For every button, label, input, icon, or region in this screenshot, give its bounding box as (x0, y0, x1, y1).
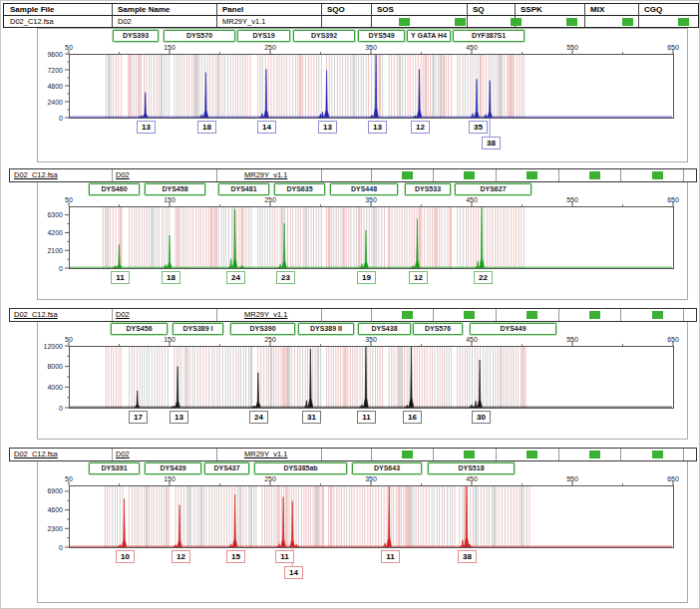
strip-divider (496, 309, 497, 321)
marker-dys385ab[interactable]: DYS385ab (254, 462, 347, 474)
strip-divider (216, 449, 217, 460)
allele-call-blue-13[interactable]: 13 (368, 121, 387, 134)
quality-pass-indicator (402, 311, 413, 319)
cell-sample-name[interactable]: D02 (118, 17, 132, 26)
allele-call-green-18[interactable]: 18 (162, 271, 180, 284)
marker-dys448[interactable]: DYS448 (330, 183, 398, 195)
allele-call-green-23[interactable]: 23 (276, 271, 295, 284)
marker-dyf387s1[interactable]: DYF387S1 (453, 30, 525, 42)
quality-pass-indicator (566, 18, 577, 26)
allele-call-black-16[interactable]: 16 (403, 411, 422, 424)
allele-call-red-12[interactable]: 12 (172, 550, 190, 563)
quality-pass-indicator (464, 171, 475, 179)
strip-divider (371, 169, 372, 181)
quality-pass-indicator (622, 18, 633, 26)
cell-sample-file[interactable]: D02_C12.fsa (10, 17, 54, 26)
marker-dys391[interactable]: DYS391 (89, 462, 140, 474)
allele-call-blue-14[interactable]: 14 (257, 121, 276, 134)
strip-divider (620, 169, 621, 181)
marker-dys570[interactable]: DYS570 (164, 30, 235, 42)
allele-call-blue-18[interactable]: 18 (197, 121, 216, 134)
marker-dys438[interactable]: DYS438 (358, 323, 411, 335)
column-header-sos: SOS (377, 5, 394, 14)
marker-dys481[interactable]: DYS481 (218, 183, 269, 195)
marker-dys449[interactable]: DYS449 (470, 323, 556, 335)
column-divider (638, 4, 639, 27)
allele-call-black-24[interactable]: 24 (249, 411, 268, 424)
strip-divider (558, 169, 559, 181)
allele-call-black-13[interactable]: 13 (170, 411, 188, 424)
marker-dys643[interactable]: DYS643 (352, 462, 422, 474)
labels-overlay: Sample FileSample NamePanelSQOSOSSQSSPKM… (1, 1, 700, 609)
sample-strip-panel-4[interactable]: D02_C12.fsaD02MR29Y_v1.1 (9, 448, 697, 461)
marker-dys635[interactable]: DYS635 (274, 183, 325, 195)
strip-divider (112, 449, 113, 460)
quality-pass-indicator (652, 451, 663, 458)
marker-dys389i[interactable]: DYS389 I (173, 323, 223, 335)
column-header-panel: Panel (222, 5, 243, 14)
allele-call-green-22[interactable]: 22 (474, 271, 493, 284)
marker-dys456[interactable]: DYS456 (111, 323, 168, 335)
marker-dys627[interactable]: DYS627 (455, 183, 531, 195)
column-header-sample-file: Sample File (10, 5, 54, 14)
marker-dys392[interactable]: DYS392 (293, 30, 355, 42)
marker-dys19[interactable]: DYS19 (237, 30, 290, 42)
cell-panel[interactable]: MR29Y_v1.1 (222, 17, 265, 26)
strip-divider (371, 449, 372, 460)
quality-pass-indicator (526, 311, 537, 319)
marker-dys549[interactable]: DYS549 (358, 30, 405, 42)
allele-call-black-30[interactable]: 30 (472, 411, 491, 424)
strip-divider (683, 449, 684, 460)
marker-dys437[interactable]: DYS437 (204, 462, 249, 474)
marker-dys390[interactable]: DYS390 (230, 323, 295, 335)
marker-dys439[interactable]: DYS439 (145, 462, 201, 474)
strip-sample-name: D02 (116, 310, 130, 319)
strip-divider (321, 449, 322, 460)
sample-strip-panel-2[interactable]: D02_C12.fsaD02MR29Y_v1.1 (9, 168, 697, 182)
marker-dys533[interactable]: DYS533 (405, 183, 451, 195)
allele-call-green-12[interactable]: 12 (409, 271, 428, 284)
strip-sample-file: D02_C12.fsa (14, 450, 58, 458)
allele-call-red-11[interactable]: 11 (381, 550, 400, 563)
marker-dys393[interactable]: DYS393 (113, 30, 159, 42)
allele-call-red-15[interactable]: 15 (226, 550, 245, 563)
quality-pass-indicator (402, 171, 413, 179)
allele-call-blue-35[interactable]: 35 (469, 121, 488, 134)
strip-divider (683, 309, 684, 321)
marker-dys518[interactable]: DYS518 (428, 462, 515, 474)
quality-pass-indicator (464, 451, 475, 458)
column-divider (321, 4, 322, 27)
allele-call-black-11[interactable]: 11 (357, 411, 376, 424)
allele-call-red-10[interactable]: 10 (116, 550, 135, 563)
sample-strip-panel-3[interactable]: D02_C12.fsaD02MR29Y_v1.1 (9, 308, 697, 322)
column-divider (112, 4, 113, 27)
marker-dys460[interactable]: DYS460 (89, 183, 140, 195)
strip-divider (321, 309, 322, 321)
strip-divider (496, 169, 497, 181)
allele-call-red-38[interactable]: 38 (458, 550, 477, 563)
allele-call-black-31[interactable]: 31 (302, 411, 321, 424)
strip-divider (216, 169, 217, 181)
column-divider (216, 4, 217, 27)
column-header-sq: SQ (473, 5, 485, 14)
allele-call-blue-13[interactable]: 13 (137, 121, 156, 134)
marker-dys389ii[interactable]: DYS389 II (298, 323, 354, 335)
strip-sample-name: D02 (116, 450, 130, 458)
allele-call-green-11[interactable]: 11 (111, 271, 130, 284)
strip-divider (112, 169, 113, 181)
quality-pass-indicator (678, 18, 689, 26)
allele-call-black-17[interactable]: 17 (129, 411, 148, 424)
quality-pass-indicator (589, 451, 600, 458)
strip-sample-name: D02 (116, 170, 130, 179)
allele-call-blue-12[interactable]: 12 (411, 121, 430, 134)
allele-call-blue-13[interactable]: 13 (318, 121, 337, 134)
allele-call-green-19[interactable]: 19 (357, 271, 376, 284)
marker-dys458[interactable]: DYS458 (145, 183, 205, 195)
allele-call-red-14[interactable]: 14 (284, 566, 303, 579)
allele-call-blue-38[interactable]: 38 (482, 137, 501, 150)
allele-call-green-24[interactable]: 24 (226, 271, 245, 284)
marker-ygatah4[interactable]: Y GATA H4 (407, 30, 451, 42)
strip-divider (683, 169, 684, 181)
allele-call-red-11[interactable]: 11 (275, 550, 294, 563)
marker-dys576[interactable]: DYS576 (413, 323, 463, 335)
